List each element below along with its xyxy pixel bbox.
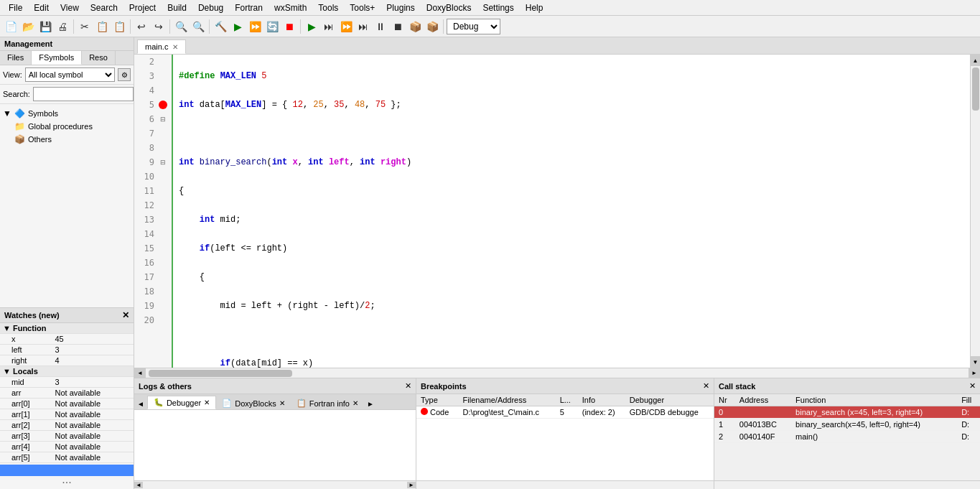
run-button[interactable]: ▶ — [230, 19, 246, 34]
view-select[interactable]: All local symbol — [25, 67, 115, 82]
tab-fsymbols[interactable]: FSymbols — [32, 51, 82, 65]
record1-button[interactable]: 📦 — [407, 19, 423, 34]
collapse-locals-icon[interactable]: ▼ — [3, 367, 11, 376]
next-button[interactable]: ⏭ — [321, 19, 337, 34]
code-bsearch: binary_search — [200, 157, 267, 167]
menu-search[interactable]: Search — [85, 1, 123, 14]
scrollbar-up-btn[interactable]: ▲ — [971, 55, 980, 66]
copy-button[interactable]: 📋 — [94, 19, 110, 34]
tree-others[interactable]: 📦 Others — [14, 133, 131, 146]
fortran-tab-close[interactable]: ✕ — [353, 399, 358, 407]
menu-tools[interactable]: Tools — [312, 1, 344, 14]
cs-nr-0: 0 — [714, 406, 735, 419]
logs-tab-fortran[interactable]: 📋 Fortran info ✕ — [291, 397, 364, 409]
cs-close-btn[interactable]: ✕ — [969, 381, 976, 391]
menu-settings[interactable]: Settings — [477, 1, 519, 14]
menu-fortran[interactable]: Fortran — [229, 1, 269, 14]
cs-col-nr: Nr — [714, 394, 735, 406]
gutter-line13: 13 — [134, 213, 172, 227]
view-settings-btn[interactable]: ⚙ — [118, 68, 131, 81]
cs-fn-1: binary_search(x=45, left=0, right=4) — [791, 419, 957, 431]
menu-doxyblocks[interactable]: DoxyBlocks — [421, 1, 477, 14]
print-button[interactable]: 🖨 — [55, 19, 70, 34]
tree-symbols[interactable]: ▼ 🔷 Symbols — [3, 107, 131, 120]
watch-right: right4 — [0, 355, 134, 366]
logs-tab-doxyblocks[interactable]: 📄 DoxyBlocks ✕ — [216, 397, 290, 409]
editor-hscrollbar[interactable]: ◄ ► — [134, 368, 980, 378]
menu-edit[interactable]: Edit — [28, 1, 55, 14]
open-button[interactable]: 📂 — [20, 19, 36, 34]
step-button[interactable]: ⏭ — [355, 19, 371, 34]
build-run-button[interactable]: ⏩ — [247, 19, 263, 34]
scroll-right-btn[interactable]: ► — [969, 368, 980, 378]
tab-files[interactable]: Files — [0, 51, 32, 65]
search-input[interactable] — [33, 87, 134, 101]
cs-hscrollbar[interactable] — [714, 480, 980, 489]
menu-tools-plus[interactable]: Tools+ — [344, 1, 381, 14]
logs-close-btn[interactable]: ✕ — [405, 381, 411, 391]
global-procedures-label: Global procedures — [28, 122, 93, 131]
menu-wxsmith[interactable]: wxSmith — [269, 1, 312, 14]
editor-vscrollbar[interactable]: ▲ ▼ — [970, 55, 980, 368]
next-instr-button[interactable]: ⏩ — [338, 19, 354, 34]
code-int1: int — [179, 100, 195, 110]
logs-nav-left[interactable]: ◄ — [137, 400, 144, 408]
collapse-9[interactable]: ⊟ — [157, 159, 169, 166]
find-button[interactable]: 🔍 — [173, 19, 189, 34]
stop-button[interactable]: ⏹ — [281, 19, 297, 34]
menu-build[interactable]: Build — [162, 1, 192, 14]
bp-hscrollbar[interactable] — [416, 480, 714, 489]
linenum-14: 14 — [134, 229, 157, 239]
paste-button[interactable]: 📋 — [111, 19, 127, 34]
menu-view[interactable]: View — [55, 1, 85, 14]
stop-debug-button[interactable]: ⏹ — [390, 19, 406, 34]
bp-close-btn[interactable]: ✕ — [703, 381, 709, 391]
tab-close-btn[interactable]: ✕ — [172, 43, 178, 51]
bp-col-info: Info — [578, 394, 625, 406]
debug-dropdown[interactable]: Debug Release — [447, 19, 500, 34]
scrollbar-down-btn[interactable]: ▼ — [971, 356, 980, 368]
cut-button[interactable]: ✂ — [77, 19, 93, 34]
debugger-tab-close[interactable]: ✕ — [204, 399, 210, 406]
redo-button[interactable]: ↪ — [151, 19, 167, 34]
menu-file[interactable]: File — [3, 1, 28, 14]
watches-blue-bar — [0, 465, 134, 476]
logs-scroll-left[interactable]: ◄ — [134, 482, 143, 488]
doxyblocks-tab-close[interactable]: ✕ — [279, 399, 285, 407]
collapse-6[interactable]: ⊟ — [157, 116, 169, 123]
tab-reso[interactable]: Reso — [82, 51, 116, 65]
logs-nav-right[interactable]: ► — [367, 400, 374, 408]
fortran-icon: 📋 — [297, 399, 307, 408]
search-label: Search: — [3, 90, 30, 98]
logs-content[interactable] — [134, 410, 416, 480]
bp-col-line: L... — [556, 394, 578, 406]
logs-tab-debugger[interactable]: 🐛 Debugger ✕ — [147, 396, 216, 409]
hscroll-thumb[interactable] — [149, 370, 292, 377]
logs-hscrollbar[interactable]: ◄ ► — [134, 480, 416, 489]
debug-run-button[interactable]: ▶ — [304, 19, 319, 34]
record2-button[interactable]: 📦 — [424, 19, 440, 34]
find-replace-button[interactable]: 🔍 — [190, 19, 206, 34]
logs-scroll-right[interactable]: ► — [407, 482, 416, 488]
collapse-function-icon[interactable]: ▼ — [3, 324, 11, 332]
sep5 — [300, 19, 301, 34]
scrollbar-thumb[interactable] — [972, 67, 979, 111]
menu-help[interactable]: Help — [520, 1, 549, 14]
pause-button[interactable]: ⏸ — [373, 19, 388, 34]
editor-tab-main[interactable]: main.c ✕ — [137, 39, 186, 54]
menu-project[interactable]: Project — [123, 1, 162, 14]
undo-button[interactable]: ↩ — [134, 19, 149, 34]
new-button[interactable]: 📄 — [3, 19, 19, 34]
watches-close-btn[interactable]: ✕ — [122, 310, 129, 320]
build-button[interactable]: 🔨 — [213, 19, 228, 34]
code-editor[interactable]: #define MAX_LEN 5 int data[MAX_LEN] = { … — [173, 55, 970, 368]
menu-debug[interactable]: Debug — [192, 1, 229, 14]
code-5: 5 — [261, 71, 266, 81]
rebuild-button[interactable]: 🔄 — [264, 19, 280, 34]
save-button[interactable]: 💾 — [37, 19, 53, 34]
view-label: View: — [3, 70, 22, 79]
scroll-left-btn[interactable]: ◄ — [134, 368, 146, 378]
bp-5[interactable] — [157, 101, 169, 109]
menu-plugins[interactable]: Plugins — [381, 1, 420, 14]
tree-global-procedures[interactable]: 📁 Global procedures — [14, 120, 131, 133]
